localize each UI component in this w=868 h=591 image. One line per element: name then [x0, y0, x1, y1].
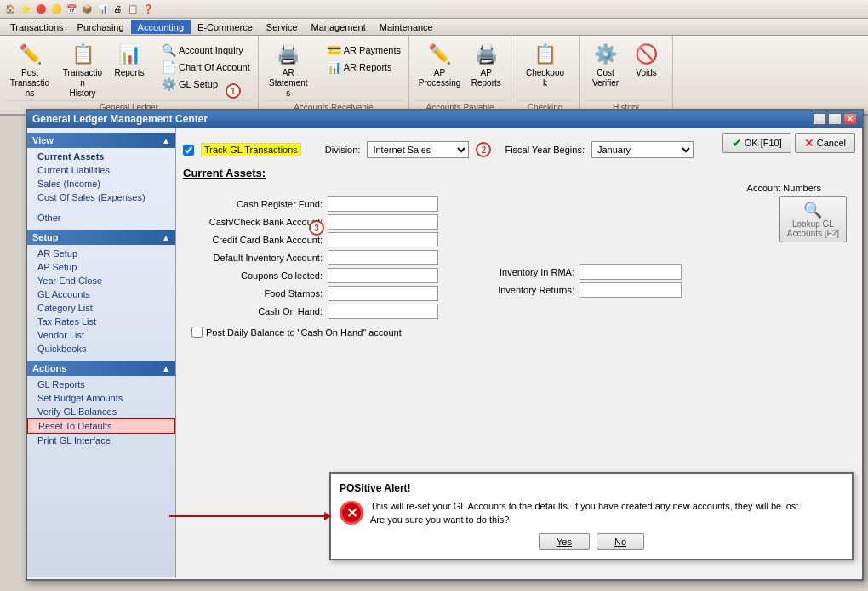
sidebar-item-sales-income[interactable]: Sales (Income)	[27, 177, 175, 190]
division-select[interactable]: Internet Sales	[367, 141, 469, 158]
toolbar-icon-printer[interactable]: 🖨	[111, 3, 124, 16]
reports-label: Reports	[114, 68, 144, 78]
account-inquiry-button[interactable]: 🔍 Account Inquiry	[159, 43, 253, 58]
menu-transactions[interactable]: Transactions	[3, 20, 71, 34]
division-label: Division:	[325, 145, 361, 155]
ar-payments-label: AR Payments	[344, 45, 401, 55]
sidebar-item-current-liabilities[interactable]: Current Liabilities	[27, 163, 175, 177]
ribbon-gl-buttons: ✏️ PostTransactions 📋 TransactionHistory…	[5, 39, 253, 100]
top-buttons: ✔ OK [F10] ✕ Cancel	[722, 133, 855, 153]
ar-payments-button[interactable]: 💳 AR Payments	[324, 43, 403, 58]
sidebar-item-print-gl[interactable]: Print GL Interface	[27, 434, 175, 447]
sidebar-actions-header[interactable]: Actions ▲	[27, 361, 175, 376]
sidebar-item-verify-gl[interactable]: Verify GL Balances	[27, 405, 175, 418]
sidebar-item-cost-of-sales[interactable]: Cost Of Sales (Expenses)	[27, 190, 175, 204]
transaction-history-label: TransactionHistory	[61, 68, 104, 99]
minimize-button[interactable]: ─	[813, 113, 826, 125]
sidebar-item-current-assets[interactable]: Current Assets	[27, 150, 175, 163]
sidebar-item-set-budget[interactable]: Set Budget Amounts	[27, 391, 175, 405]
field-row-credit-card: Credit Card Bank Account:	[183, 232, 438, 247]
cash-check-input[interactable]	[328, 214, 438, 230]
sidebar-item-other[interactable]: Other	[27, 211, 175, 224]
menu-management[interactable]: Management	[305, 20, 373, 34]
sidebar-view-header[interactable]: View ▲	[27, 133, 175, 148]
reports-button[interactable]: 📊 Reports	[111, 39, 148, 80]
toolbar-icon-home[interactable]: 🏠	[3, 3, 17, 16]
toolbar-icon-box[interactable]: 📦	[80, 3, 94, 16]
sidebar-item-ar-setup[interactable]: AR Setup	[27, 247, 175, 260]
sidebar-actions-chevron: ▲	[162, 364, 170, 373]
window-controls: ─ □ ✕	[813, 113, 857, 125]
sidebar-setup-header[interactable]: Setup ▲	[27, 230, 175, 245]
account-inquiry-label: Account Inquiry	[179, 45, 243, 55]
toolbar-icon-star[interactable]: ⭐	[19, 3, 32, 16]
lookup-gl-button[interactable]: 🔍 Lookup GLAccounts [F2]	[779, 196, 847, 242]
fields-area: Cash Register Fund: Cash/Check Bank Acco…	[183, 196, 855, 321]
coupons-input[interactable]	[328, 268, 438, 283]
checkbook-button[interactable]: 📋 Checkbook	[521, 39, 570, 90]
toolbar-icon-chart[interactable]: 📊	[95, 3, 109, 16]
ap-processing-button[interactable]: ✏️ APProcessing	[415, 39, 464, 90]
credit-card-input[interactable]	[328, 232, 438, 247]
window-title: General Ledger Management Center	[32, 113, 208, 125]
voids-button[interactable]: 🚫 Voids	[628, 39, 665, 80]
toolbar-icon-red[interactable]: 🔴	[34, 3, 48, 16]
menu-service[interactable]: Service	[260, 20, 305, 34]
lookup-gl-label: Lookup GLAccounts [F2]	[787, 219, 839, 238]
toolbar-icon-help[interactable]: ❓	[141, 3, 155, 16]
sidebar-item-gl-reports[interactable]: GL Reports	[27, 378, 175, 391]
menu-accounting[interactable]: Accounting	[131, 20, 191, 34]
menu-bar: Transactions Purchasing Accounting E-Com…	[0, 19, 868, 36]
cost-verifier-button[interactable]: ⚙️ CostVerifier	[587, 39, 625, 90]
track-gl-checkbox[interactable]	[183, 145, 194, 156]
window-titlebar: General Ledger Management Center ─ □ ✕	[27, 111, 862, 128]
toolbar-icon-calendar[interactable]: 📅	[65, 3, 78, 16]
default-inv-input[interactable]	[328, 250, 438, 265]
ar-statements-button[interactable]: 🖨️ ARStatements	[264, 39, 313, 100]
sidebar-item-category-list[interactable]: Category List	[27, 301, 175, 315]
sidebar-item-vendor-list[interactable]: Vendor List	[27, 328, 175, 342]
post-daily-checkbox[interactable]	[191, 327, 203, 338]
sidebar-item-tax-rates[interactable]: Tax Rates List	[27, 315, 175, 328]
account-numbers-label: Account Numbers	[183, 183, 821, 193]
sidebar-item-year-end[interactable]: Year End Close	[27, 274, 175, 287]
cost-verifier-label: CostVerifier	[592, 68, 619, 88]
transaction-history-button[interactable]: 📋 TransactionHistory	[58, 39, 107, 100]
ribbon-group-ar: 🖨️ ARStatements 💳 AR Payments 📊 AR Repor…	[259, 36, 409, 114]
alert-yes-button[interactable]: Yes	[539, 533, 590, 550]
cash-register-input[interactable]	[328, 196, 438, 212]
ok-button[interactable]: ✔ OK [F10]	[722, 133, 791, 153]
ribbon-group-history: ⚙️ CostVerifier 🚫 Voids History	[580, 36, 673, 114]
ap-reports-button[interactable]: 🖨️ APReports	[467, 39, 505, 90]
menu-purchasing[interactable]: Purchasing	[71, 20, 131, 34]
sidebar-view-chevron: ▲	[162, 136, 170, 145]
sidebar-item-gl-accounts[interactable]: GL Accounts	[27, 287, 175, 301]
inv-rma-input[interactable]	[580, 264, 682, 280]
sidebar-item-ap-setup[interactable]: AP Setup	[27, 260, 175, 274]
chart-of-account-button[interactable]: 📄 Chart Of Account	[159, 60, 253, 75]
voids-label: Voids	[636, 68, 656, 78]
toolbar-icons: 🏠 ⭐ 🔴 🟡 📅 📦 📊 🖨 📋 ❓	[0, 0, 158, 18]
chart-of-account-label: Chart Of Account	[179, 62, 250, 72]
inv-returns-input[interactable]	[580, 282, 682, 298]
fiscal-select[interactable]: January	[591, 141, 694, 158]
menu-maintenance[interactable]: Maintenance	[373, 20, 440, 34]
post-transactions-button[interactable]: ✏️ PostTransactions	[5, 39, 54, 100]
alert-no-button[interactable]: No	[597, 533, 644, 550]
toolbar-icon-list[interactable]: 📋	[126, 3, 140, 16]
toolbar-icon-yellow[interactable]: 🟡	[49, 3, 63, 16]
field-row-inv-returns: Inventory Returns:	[469, 282, 682, 298]
sidebar-item-reset-defaults[interactable]: Reset To Defaults	[27, 418, 175, 434]
fiscal-label: Fiscal Year Begins:	[505, 145, 585, 155]
food-stamps-input[interactable]	[328, 286, 438, 301]
ar-reports-icon: 📊	[327, 60, 341, 74]
cash-on-hand-input[interactable]	[328, 304, 438, 319]
maximize-button[interactable]: □	[828, 113, 842, 125]
close-button[interactable]: ✕	[843, 113, 857, 125]
menu-ecommerce[interactable]: E-Commerce	[191, 20, 260, 34]
coupons-label: Coupons Collected:	[183, 270, 328, 281]
sidebar-item-quickbooks[interactable]: Quickbooks	[27, 342, 175, 355]
post-daily-label: Post Daily Balance to "Cash On Hand" acc…	[206, 327, 402, 338]
ar-reports-button[interactable]: 📊 AR Reports	[324, 60, 403, 75]
cancel-button[interactable]: ✕ Cancel	[795, 133, 855, 153]
